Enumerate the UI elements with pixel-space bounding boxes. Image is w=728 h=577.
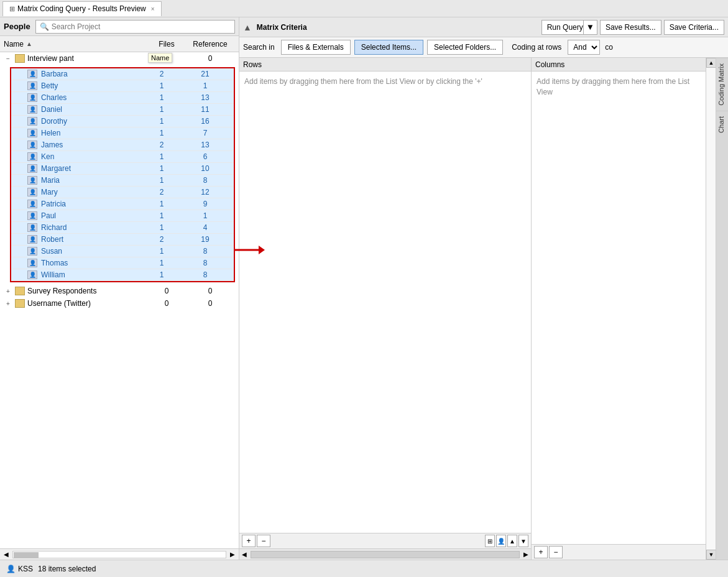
list-item[interactable]: 👤 Betty 1 1 (11, 80, 234, 92)
list-item[interactable]: 👤 Margaret 1 10 (11, 163, 234, 175)
group-ref-survey: 0 (185, 287, 235, 295)
h-scrollbar-left[interactable]: ◀ ▶ (0, 548, 239, 560)
tree-group-interview-header[interactable]: − Interview Name pant 0 0 (0, 52, 239, 65)
selected-items-button[interactable]: Selected Items... (354, 40, 423, 55)
list-item[interactable]: 👤 Helen 1 7 (11, 127, 234, 139)
rows-person-button[interactable]: 👤 (496, 535, 506, 547)
group-name-text: Interview (27, 54, 59, 63)
column-headers: Name ▲ Files Reference (0, 36, 239, 52)
run-query-arrow-button[interactable]: ▼ (584, 20, 597, 35)
rows-remove-button[interactable]: − (257, 535, 270, 547)
cols-controls: + − (532, 544, 706, 560)
save-results-button[interactable]: Save Results... (600, 20, 661, 35)
tab-close-button[interactable]: × (151, 6, 155, 12)
cols-placeholder: Add items by dragging them here from the… (532, 72, 706, 103)
group-files-twitter: 0 (148, 299, 185, 308)
selected-items-group: 👤 Barbara 2 21 👤 Betty 1 1 👤 (10, 67, 235, 282)
group-ref-twitter: 0 (185, 299, 235, 308)
rows-down-button[interactable]: ▼ (518, 535, 528, 547)
rows-header: Rows (239, 58, 531, 72)
run-query-button[interactable]: Run Query (541, 20, 584, 35)
group-name-suffix: pant (59, 54, 73, 63)
list-item[interactable]: 👤 Ken 1 6 (11, 151, 234, 163)
search-box[interactable]: 🔍 (35, 20, 235, 34)
list-item[interactable]: 👤 James 2 13 (11, 139, 234, 151)
col-reference-header[interactable]: Reference (185, 40, 235, 48)
col-files-header[interactable]: Files (148, 40, 185, 48)
save-criteria-button[interactable]: Save Criteria... (664, 20, 724, 35)
rows-cols-area: Rows Add items by dragging them here fro… (239, 58, 728, 560)
rows-section: Rows Add items by dragging them here fro… (239, 58, 532, 560)
person-icon: 👤 (27, 270, 37, 279)
list-item[interactable]: 👤 Susan 1 8 (11, 246, 234, 257)
right-panel: ▲ Matrix Criteria Run Query ▼ Save Resul… (239, 17, 728, 560)
rows-scroll-left-btn[interactable]: ◀ (239, 551, 249, 558)
matrix-query-tab[interactable]: ⊞ Matrix Coding Query - Results Preview … (2, 1, 162, 16)
h-scroll-track[interactable] (12, 551, 226, 558)
cols-content[interactable]: Add items by dragging them here from the… (532, 72, 706, 544)
search-in-label: Search in (243, 40, 275, 55)
h-scroll-left-btn[interactable]: ◀ (1, 551, 11, 558)
rows-h-scrollbar[interactable]: ◀ ▶ (239, 548, 531, 560)
rows-content[interactable]: Add items by dragging them here from the… (239, 72, 531, 533)
expand-icon: − (4, 54, 12, 63)
list-item[interactable]: 👤 Barbara 2 21 (11, 68, 234, 80)
person-icon: 👤 (27, 164, 37, 173)
rows-scroll-track[interactable] (251, 551, 520, 558)
group-name-twitter: Username (Twitter) (27, 299, 148, 308)
rows-grid-button[interactable]: ⊞ (485, 535, 495, 547)
expand-icon: + (4, 299, 12, 308)
collapse-criteria-button[interactable]: ▲ (243, 22, 252, 32)
list-item[interactable]: 👤 Thomas 1 8 (11, 257, 234, 269)
folder-icon (15, 299, 25, 308)
rows-up-button[interactable]: ▲ (507, 535, 517, 547)
v-scroll-up-btn[interactable]: ▲ (706, 58, 716, 68)
list-item[interactable]: 👤 Richard 1 4 (11, 222, 234, 234)
person-icon: 👤 (27, 81, 37, 90)
person-icon: 👤 (27, 152, 37, 161)
search-icon: 🔍 (40, 22, 49, 31)
cols-v-scrollbar[interactable]: ▲ ▼ (706, 58, 716, 560)
group-ref-value: 0 (185, 54, 235, 63)
coding-matrix-tab[interactable]: Coding Matrix (716, 58, 728, 111)
list-item[interactable]: 👤 Paul 1 1 (11, 210, 234, 222)
list-item[interactable]: 👤 William 1 8 (11, 269, 234, 281)
list-item[interactable]: 👤 Charles 1 13 (11, 92, 234, 104)
group-files-survey: 0 (148, 287, 185, 295)
status-message: 18 items selected (38, 565, 96, 573)
tree-group-interview: − Interview Name pant 0 0 👤 (0, 52, 239, 282)
coding-rows-label: Coding at rows (512, 40, 561, 55)
list-item[interactable]: 👤 Patricia 1 9 (11, 198, 234, 210)
list-item[interactable]: 👤 Robert 2 19 (11, 234, 234, 246)
list-item[interactable]: 👤 Dorothy 1 16 (11, 116, 234, 127)
tab-label: Matrix Coding Query - Results Preview (17, 4, 146, 13)
cols-section: Columns Add items by dragging them here … (532, 58, 706, 560)
tree-group-twitter-header[interactable]: + Username (Twitter) 0 0 (0, 297, 239, 310)
folder-icon (15, 287, 25, 295)
rows-scroll-right-btn[interactable]: ▶ (521, 551, 531, 558)
rows-placeholder: Add items by dragging them here from the… (239, 72, 531, 92)
person-icon: 👤 (27, 117, 37, 126)
v-scroll-down-btn[interactable]: ▼ (706, 550, 716, 560)
files-externals-button[interactable]: Files & Externals (281, 40, 351, 55)
chart-tab[interactable]: Chart (716, 111, 728, 138)
co-label: co (605, 40, 613, 55)
tab-icon: ⊞ (9, 5, 15, 13)
search-input[interactable] (52, 22, 231, 31)
and-select[interactable]: And Or Not (568, 40, 600, 55)
h-scroll-right-btn[interactable]: ▶ (228, 551, 237, 558)
cols-remove-button[interactable]: − (549, 546, 563, 558)
tree-group-survey-header[interactable]: + Survey Respondents 0 0 (0, 285, 239, 297)
cols-add-button[interactable]: + (534, 546, 548, 558)
person-icon: 👤 (27, 200, 37, 208)
list-item[interactable]: 👤 Daniel 1 11 (11, 104, 234, 116)
person-icon: 👤 (27, 129, 37, 137)
list-item[interactable]: 👤 Maria 1 8 (11, 175, 234, 187)
list-item[interactable]: 👤 Mary 2 12 (11, 187, 234, 198)
right-edge-tabs: Coding Matrix Chart (716, 58, 728, 560)
selected-folders-button[interactable]: Selected Folders... (427, 40, 503, 55)
col-name-header[interactable]: Name ▲ (4, 40, 148, 48)
tree-group-survey: + Survey Respondents 0 0 (0, 285, 239, 297)
rows-add-button[interactable]: + (242, 535, 256, 547)
h-scroll-thumb[interactable] (14, 552, 39, 558)
